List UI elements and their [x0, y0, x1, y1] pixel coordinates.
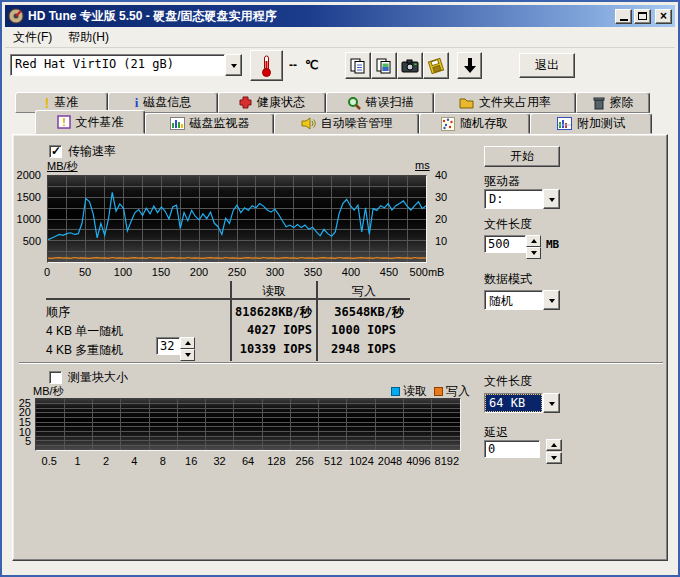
- spin-down-button[interactable]: [180, 349, 195, 361]
- chevron-down-icon: [549, 402, 555, 409]
- axis-tick-label: 4: [131, 455, 137, 467]
- bar-chart-icon: [170, 117, 185, 130]
- chevron-up-icon: [531, 236, 537, 243]
- axis-tick-label: 350: [304, 266, 322, 278]
- axis-tick-label: 50: [79, 266, 91, 278]
- axis-tick-label: 2: [103, 455, 109, 467]
- bottom-chart-x-axis: 0.512481632641282565121024204840968192: [35, 455, 461, 469]
- copy-image-icon: [376, 58, 392, 74]
- axis-tick-label: 256: [296, 455, 314, 467]
- table-row-write-value: 36548KB/秒: [318, 304, 404, 321]
- copy-text-button[interactable]: [345, 52, 371, 79]
- minimize-icon: [620, 19, 628, 21]
- main-chart-right-axis: 10203040: [431, 175, 461, 263]
- close-icon: ×: [660, 11, 667, 21]
- folder-icon: [459, 96, 474, 109]
- data-mode-arrow[interactable]: [543, 290, 560, 310]
- tab-file-benchmark[interactable]: ! 文件基准: [35, 110, 145, 134]
- section-divider: [19, 362, 663, 364]
- tab-label: 文件基准: [76, 114, 124, 131]
- app-window: HD Tune 专业版 5.50 - 硬盘/固态硬盘实用程序 × 文件(F) 帮…: [0, 0, 680, 577]
- start-button[interactable]: 开始: [484, 146, 560, 167]
- axis-tick-label: 64: [242, 455, 254, 467]
- copy-text-icon: [350, 58, 366, 74]
- tab-health[interactable]: 健康状态: [218, 92, 326, 113]
- exit-button[interactable]: 退出: [519, 53, 575, 78]
- menu-bar: 文件(F) 帮助(H): [5, 27, 675, 48]
- tab-label: 磁盘监视器: [190, 115, 250, 132]
- extra-tests-icon: [557, 117, 572, 130]
- toolbar-button-group: [345, 52, 449, 79]
- axis-tick-label: 100: [114, 266, 132, 278]
- drive-select[interactable]: Red Hat VirtIO (21 gB): [10, 54, 242, 76]
- table-row-write-value: 2948 IOPS: [318, 342, 396, 356]
- random-dots-icon: [441, 117, 455, 131]
- tab-disk-monitor[interactable]: 磁盘监视器: [145, 113, 274, 134]
- screenshot-button[interactable]: [397, 52, 423, 79]
- file-length-spinner[interactable]: 500: [484, 235, 541, 253]
- drive-combo-arrow[interactable]: [543, 189, 560, 209]
- axis-tick-label: 16: [185, 455, 197, 467]
- spin-up-button[interactable]: [526, 235, 541, 247]
- temperature-button[interactable]: [250, 50, 283, 81]
- tab-extra-tests[interactable]: 附加测试: [530, 113, 652, 134]
- drive-combo[interactable]: D:: [484, 189, 560, 209]
- block-size-label: 测量块大小: [68, 369, 128, 386]
- data-mode-combo[interactable]: 随机: [484, 290, 560, 310]
- axis-tick-label: 400: [342, 266, 360, 278]
- axis-tick-label: 300: [266, 266, 284, 278]
- tab-random-access[interactable]: 随机存取: [419, 113, 530, 134]
- title-bar[interactable]: HD Tune 专业版 5.50 - 硬盘/固态硬盘实用程序 ×: [5, 5, 675, 27]
- drive-select-arrow[interactable]: [225, 54, 242, 76]
- menu-help[interactable]: 帮助(H): [60, 27, 117, 48]
- toolbar: Red Hat VirtIO (21 gB) -- ℃: [5, 49, 675, 89]
- temperature-value: --: [289, 58, 297, 72]
- spin-up-button[interactable]: [546, 439, 562, 451]
- minimize-button[interactable]: [615, 9, 632, 24]
- axis-tick-label: 500mB: [410, 266, 445, 278]
- axis-tick-label: 2000: [17, 169, 41, 181]
- tab-erase[interactable]: 擦除: [576, 92, 650, 113]
- delay-input[interactable]: [484, 440, 540, 458]
- save-results-button[interactable]: [423, 52, 449, 79]
- close-button[interactable]: ×: [655, 9, 672, 24]
- table-row-label: 4 KB 单一随机: [46, 323, 123, 340]
- data-series-line: [48, 258, 426, 259]
- tab-aam[interactable]: 自动噪音管理: [274, 113, 419, 134]
- transfer-rate-chart: [47, 175, 427, 263]
- block-size-checkbox[interactable]: [49, 371, 62, 384]
- tab-error-scan[interactable]: 错误扫描: [326, 92, 434, 113]
- tab-label: 基准: [54, 94, 78, 111]
- trash-icon: [593, 96, 605, 110]
- axis-tick-label: 150: [152, 266, 170, 278]
- axis-tick-label: 0: [44, 266, 50, 278]
- menu-file[interactable]: 文件(F): [5, 27, 60, 48]
- table-row-read-value: 4027 IOPS: [232, 323, 312, 337]
- screenshot-camera-icon: [401, 58, 419, 73]
- chevron-down-icon: [549, 198, 555, 205]
- file-length2-label: 文件长度: [484, 373, 532, 390]
- download-button[interactable]: [457, 52, 482, 79]
- spin-up-button[interactable]: [180, 337, 195, 349]
- spin-down-button[interactable]: [546, 452, 562, 464]
- copy-image-button[interactable]: [371, 52, 397, 79]
- tab-folder-usage[interactable]: 文件夹占用率: [434, 92, 576, 113]
- drive-select-value: Red Hat VirtIO (21 gB): [10, 54, 225, 76]
- chevron-up-icon: [551, 440, 557, 447]
- queue-depth-value: 32: [156, 337, 180, 355]
- axis-tick-label: 500: [23, 235, 41, 247]
- axis-tick-label: 4096: [406, 455, 430, 467]
- block-file-length-combo[interactable]: 64 KB: [484, 393, 560, 413]
- table-row-label: 4 KB 多重随机: [46, 342, 123, 359]
- queue-depth-spinner[interactable]: 32: [156, 337, 195, 355]
- axis-tick-label: 20: [435, 213, 447, 225]
- axis-tick-label: 2048: [378, 455, 402, 467]
- spin-down-button[interactable]: [526, 247, 541, 259]
- tab-label: 自动噪音管理: [321, 115, 393, 132]
- block-file-length-arrow[interactable]: [543, 393, 560, 413]
- maximize-button[interactable]: [634, 9, 651, 24]
- transfer-rate-checkbox[interactable]: [49, 145, 62, 158]
- file-benchmark-icon: !: [57, 115, 71, 129]
- block-size-chart: [35, 398, 461, 451]
- table-write-header: 写入: [318, 283, 410, 300]
